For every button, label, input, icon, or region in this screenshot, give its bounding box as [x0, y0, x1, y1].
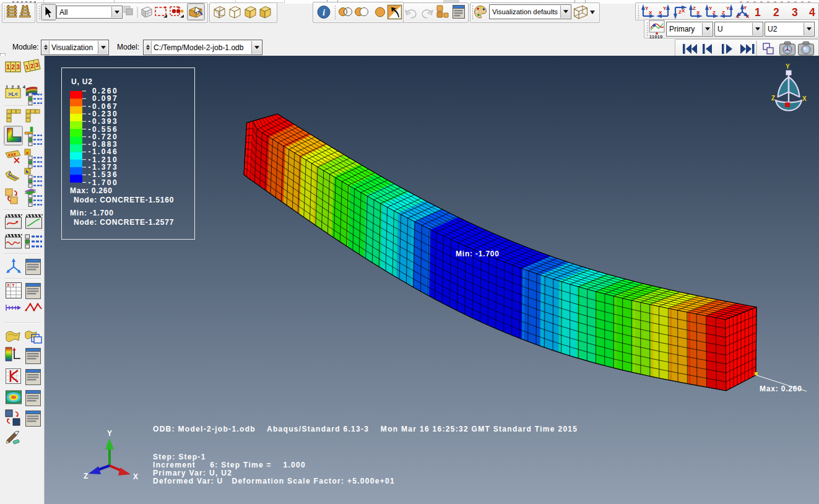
svg-text:-1.700: -1.700 — [89, 178, 118, 187]
svg-text:U, U2: U, U2 — [71, 77, 93, 86]
svg-text:4: 4 — [809, 6, 815, 19]
svg-text:Node: CONCRETE-1.5160: Node: CONCRETE-1.5160 — [74, 196, 174, 204]
svg-text:Y: Y — [786, 63, 790, 70]
svg-text:Z: Z — [722, 10, 725, 15]
svg-text:X: X — [682, 8, 685, 14]
svg-text:ODB: Model-2-job-1.odb Abaq: ODB: Model-2-job-1.odb Abaqus/Standard 6… — [153, 425, 578, 433]
svg-text:Node: CONCRETE-1.2577: Node: CONCRETE-1.2577 — [74, 218, 174, 227]
svg-text:Min: -1.700: Min: -1.700 — [456, 250, 500, 258]
svg-text:xxx: xxx — [7, 151, 17, 158]
svg-text:Primary Var: U, U2: Primary Var: U, U2 — [153, 469, 232, 477]
svg-text:X: X — [649, 10, 652, 15]
svg-text:2: 2 — [11, 64, 15, 71]
svg-text:Z: Z — [713, 10, 716, 15]
svg-text:Y: Y — [12, 283, 15, 287]
svg-text:Z: Z — [693, 6, 696, 11]
svg-text:X: X — [696, 10, 700, 15]
svg-text:Max: 0.260: Max: 0.260 — [70, 186, 113, 195]
svg-text:Y: Y — [726, 6, 730, 11]
svg-text:Increment 6: Step Time =: Increment 6: Step Time = 1.000 — [153, 461, 306, 469]
svg-text:X: X — [746, 14, 750, 19]
svg-text:Y: Y — [663, 6, 667, 11]
svg-text:Min: -1.700: Min: -1.700 — [70, 209, 114, 217]
svg-text:X: X — [659, 10, 662, 15]
svg-text:x: x — [26, 150, 29, 155]
svg-text:1: 1 — [6, 64, 10, 71]
svg-text:Z: Z — [737, 14, 740, 19]
svg-text:Z: Z — [771, 95, 775, 102]
svg-text:X: X — [802, 95, 807, 102]
svg-text:1: 1 — [755, 6, 761, 19]
svg-text:3: 3 — [16, 64, 20, 71]
svg-text:3: 3 — [792, 6, 798, 19]
svg-text:Deformed Var: U Deformation: Deformed Var: U Deformation Scale Factor… — [153, 477, 395, 485]
svg-text:Z: Z — [84, 472, 89, 480]
svg-text:11010: 11010 — [649, 35, 663, 39]
svg-text:>L<: >L< — [8, 91, 18, 97]
svg-text:2: 2 — [773, 6, 779, 19]
svg-text:Y: Y — [107, 429, 113, 438]
svg-text:Step: Step-1: Step: Step-1 — [153, 453, 206, 461]
svg-text:X: X — [133, 472, 139, 481]
svg-text:Y: Y — [743, 5, 747, 11]
svg-text:Max: 0.260: Max: 0.260 — [760, 385, 802, 393]
svg-text:X: X — [7, 283, 10, 287]
